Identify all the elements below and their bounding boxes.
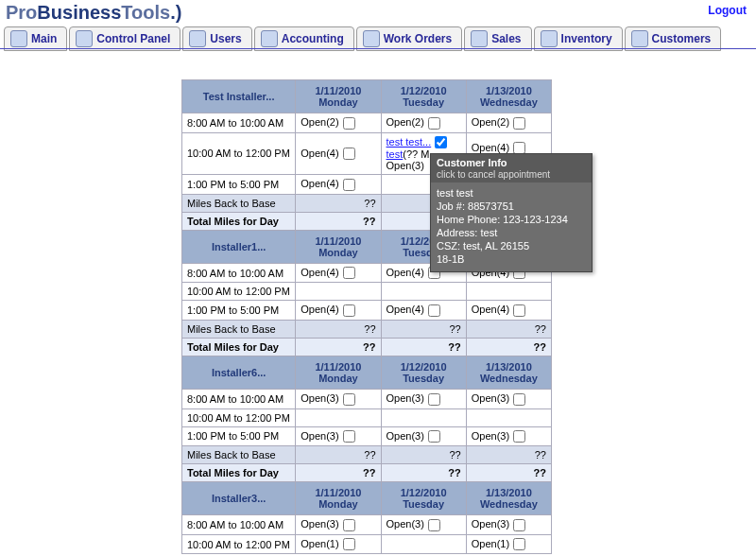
time-slot-label: 8:00 AM to 10:00 AM <box>182 515 296 535</box>
date-header-dow: Monday <box>301 498 375 510</box>
total-miles-value: ?? <box>381 338 466 356</box>
appointment-link[interactable]: test <box>387 148 404 160</box>
slot-checkbox[interactable] <box>343 430 355 443</box>
slot-checkbox[interactable] <box>428 393 440 406</box>
slot-open-label: Open(3) <box>387 430 424 442</box>
slot-checkbox[interactable] <box>343 519 355 531</box>
slot-checkbox[interactable] <box>513 117 525 130</box>
slot-checkbox[interactable] <box>343 267 355 279</box>
schedule-cell: Open(3) <box>381 515 466 535</box>
schedule-cell <box>296 408 381 426</box>
installer-header[interactable]: Installer6... <box>182 356 296 389</box>
nav-tab-label: Main <box>31 32 57 45</box>
customer-info-tooltip[interactable]: Customer Info click to cancel appointmen… <box>430 153 593 272</box>
date-header[interactable]: 1/11/2010Monday <box>296 80 381 113</box>
slot-checkbox[interactable] <box>343 148 355 160</box>
slot-checkbox[interactable] <box>343 179 355 191</box>
schedule-row: 10:00 AM to 12:00 PMOpen(1)Open(1) <box>182 534 552 554</box>
schedule-cell: Open(3) <box>296 426 381 446</box>
tooltip-csz: CSZ: test, AL 26155 <box>437 239 586 252</box>
slot-checkbox[interactable] <box>343 117 355 130</box>
miles-back-value: ?? <box>296 320 381 338</box>
date-header[interactable]: 1/12/2010Tuesday <box>381 482 466 515</box>
slot-open-label: Open(4) <box>301 178 338 189</box>
nav-tab-label: Accounting <box>282 32 344 45</box>
time-slot-label: 1:00 PM to 5:00 PM <box>182 426 296 446</box>
slot-checkbox[interactable] <box>343 304 355 317</box>
tooltip-subtitle: click to cancel appointment <box>437 169 550 180</box>
schedule-cell <box>381 283 466 301</box>
total-miles-value: ?? <box>381 464 466 482</box>
schedule-cell <box>466 283 551 301</box>
date-header[interactable]: 1/13/2010Wednesday <box>466 80 551 113</box>
slot-open-label: Open(3) <box>387 160 424 171</box>
date-header[interactable]: 1/11/2010Monday <box>296 230 381 263</box>
schedule-cell: Open(3) <box>466 515 551 535</box>
date-header[interactable]: 1/13/2010Wednesday <box>466 356 551 389</box>
globe-icon <box>10 30 27 47</box>
installer-header[interactable]: Test Installer... <box>182 80 296 113</box>
installer-header[interactable]: Installer1... <box>182 230 296 263</box>
slot-checkbox[interactable] <box>513 538 525 550</box>
slot-open-label: Open(4) <box>387 267 424 278</box>
logout-link[interactable]: Logout <box>708 4 747 17</box>
time-slot-label: 8:00 AM to 10:00 AM <box>182 389 296 408</box>
slot-checkbox[interactable] <box>343 393 355 406</box>
users-icon <box>189 30 206 47</box>
time-slot-label: 1:00 PM to 5:00 PM <box>182 175 296 195</box>
slot-checkbox[interactable] <box>513 304 525 317</box>
nav-tab-label: Inventory <box>561 32 612 45</box>
date-header[interactable]: 1/12/2010Tuesday <box>381 356 466 389</box>
date-header-date: 1/13/2010 <box>486 487 532 498</box>
date-header-date: 1/12/2010 <box>401 85 447 96</box>
slot-open-label: Open(3) <box>301 392 338 404</box>
schedule-cell: Open(3) <box>296 515 381 535</box>
workorders-icon <box>363 30 380 47</box>
date-header[interactable]: 1/12/2010Tuesday <box>381 80 466 113</box>
customers-icon <box>631 30 648 47</box>
date-header[interactable]: 1/13/2010Wednesday <box>466 482 551 515</box>
miles-back-value: ?? <box>296 446 381 464</box>
total-miles-label: Total Miles for Day <box>182 464 296 482</box>
slot-open-label: Open(3) <box>387 392 424 404</box>
tooltip-body: test test Job #: 88573751 Home Phone: 12… <box>431 182 592 271</box>
schedule-cell: Open(3) <box>296 389 381 408</box>
schedule-table: Test Installer...1/11/2010Monday1/12/201… <box>181 79 552 554</box>
slot-checkbox[interactable] <box>343 538 355 550</box>
time-slot-label: 1:00 PM to 5:00 PM <box>182 301 296 321</box>
schedule-row: 10:00 AM to 12:00 PM <box>182 408 552 426</box>
miles-back-label: Miles Back to Base <box>182 320 296 338</box>
date-header[interactable]: 1/11/2010Monday <box>296 482 381 515</box>
slot-checkbox[interactable] <box>513 519 525 531</box>
slot-checkbox[interactable] <box>513 393 525 406</box>
time-slot-label: 8:00 AM to 10:00 AM <box>182 113 296 133</box>
date-header-dow: Monday <box>301 247 375 258</box>
slot-checkbox[interactable] <box>513 430 525 443</box>
slot-open-label: Open(3) <box>472 518 509 530</box>
schedule-row: 8:00 AM to 10:00 AMOpen(2)Open(2)Open(2) <box>182 113 552 133</box>
slot-checkbox[interactable] <box>428 519 440 531</box>
total-miles-label: Total Miles for Day <box>182 212 296 230</box>
appointment-link[interactable]: test test... <box>387 136 432 148</box>
nav-tab-label: Users <box>210 32 241 45</box>
time-slot-label: 10:00 AM to 12:00 PM <box>182 408 296 426</box>
date-header[interactable]: 1/11/2010Monday <box>296 356 381 389</box>
date-header-dow: Wednesday <box>472 373 546 384</box>
app-logo: ProBusinessTools.) <box>6 2 181 24</box>
schedule-row: 1:00 PM to 5:00 PMOpen(3)Open(3)Open(3) <box>182 426 552 446</box>
slot-checkbox[interactable] <box>428 430 440 443</box>
total-miles-value: ?? <box>466 338 551 356</box>
schedule-cell: Open(3) <box>466 426 551 446</box>
date-header-dow: Wednesday <box>472 498 546 510</box>
schedule-cell: Open(2) <box>296 113 381 133</box>
schedule-row: 8:00 AM to 10:00 AMOpen(3)Open(3)Open(3) <box>182 389 552 408</box>
nav-tab-label: Customers <box>652 32 712 45</box>
date-header-dow: Tuesday <box>387 96 461 108</box>
slot-checkbox[interactable] <box>428 304 440 317</box>
schedule-cell: Open(2) <box>381 113 466 133</box>
slot-checkbox[interactable] <box>428 117 440 130</box>
slot-open-label: Open(3) <box>472 392 509 404</box>
slot-checkbox[interactable] <box>435 136 447 148</box>
tooltip-home-phone: Home Phone: 123-123-1234 <box>437 213 586 226</box>
installer-header[interactable]: Installer3... <box>182 482 296 515</box>
